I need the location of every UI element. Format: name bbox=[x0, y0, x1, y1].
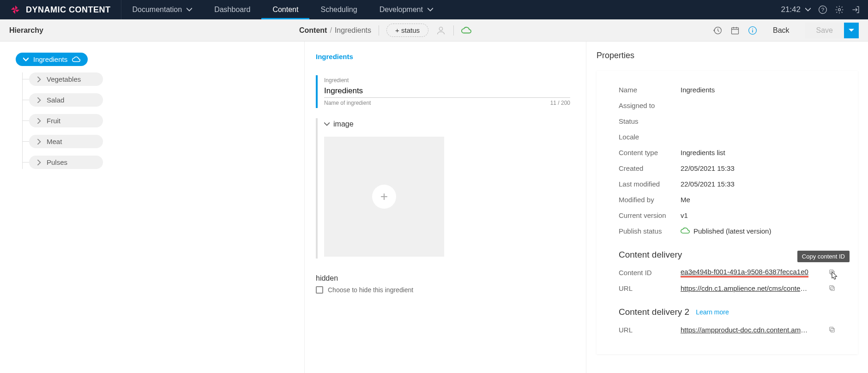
save-dropdown-button[interactable] bbox=[844, 23, 859, 38]
assignee-icon[interactable] bbox=[436, 25, 446, 36]
gear-icon[interactable] bbox=[835, 5, 844, 14]
prop-key-modby: Modified by bbox=[619, 196, 681, 204]
prop-val-pubstatus: Published (latest version) bbox=[681, 227, 836, 235]
tree-child-label: Meat bbox=[47, 138, 62, 145]
delivery2-url-link[interactable]: https://ampproduct-doc.cdn.content.ampli… bbox=[681, 326, 810, 334]
properties-title: Properties bbox=[597, 51, 858, 60]
content-id-value: ea3e494b-f001-491a-9508-6387fecca1e0 bbox=[681, 268, 828, 277]
brand-text: DYNAMIC CONTENT bbox=[26, 5, 111, 15]
calendar-icon[interactable] bbox=[730, 26, 740, 35]
editor-panel: Ingredients Ingredient Name of ingredien… bbox=[305, 42, 586, 373]
tree-child-salad[interactable]: Salad bbox=[29, 93, 103, 107]
nav-scheduling[interactable]: Scheduling bbox=[309, 0, 368, 19]
top-navigation: DYNAMIC CONTENT Documentation Dashboard … bbox=[0, 0, 868, 19]
tree-child-label: Pulses bbox=[47, 158, 67, 166]
copy-url2-icon[interactable] bbox=[828, 326, 836, 333]
chevron-down-icon bbox=[187, 7, 192, 12]
tree-child-pulses[interactable]: Pulses bbox=[29, 156, 103, 169]
field-image: image + bbox=[316, 118, 570, 259]
nav-label: Documentation bbox=[133, 6, 182, 14]
hidden-checkbox[interactable] bbox=[316, 286, 323, 294]
nav-label: Scheduling bbox=[320, 6, 357, 14]
copy-url-icon[interactable] bbox=[828, 284, 836, 292]
back-button[interactable]: Back bbox=[766, 26, 797, 35]
clock[interactable]: 21:42 bbox=[781, 5, 811, 14]
prop-val-modified: 22/05/2021 15:33 bbox=[681, 180, 836, 188]
nav-dashboard[interactable]: Dashboard bbox=[203, 0, 261, 19]
url2-key: URL bbox=[619, 326, 681, 334]
prop-key-assigned: Assigned to bbox=[619, 102, 681, 109]
svg-rect-10 bbox=[831, 287, 834, 290]
svg-rect-5 bbox=[731, 28, 738, 34]
brand-logo[interactable]: DYNAMIC CONTENT bbox=[0, 0, 121, 19]
save-button-group: Save bbox=[805, 23, 859, 38]
tree-root-label: Ingredients bbox=[33, 55, 67, 63]
tree-child-label: Vegetables bbox=[47, 75, 81, 83]
tree-child-label: Salad bbox=[47, 96, 64, 104]
learn-more-link[interactable]: Learn more bbox=[696, 308, 729, 316]
published-cloud-icon bbox=[681, 227, 690, 235]
svg-point-2 bbox=[838, 9, 841, 11]
plus-icon: + bbox=[372, 185, 396, 209]
chevron-down-icon bbox=[324, 121, 330, 127]
cloud-icon bbox=[72, 56, 80, 63]
url2-value: https://ampproduct-doc.cdn.content.ampli… bbox=[681, 326, 828, 334]
help-icon[interactable]: ? bbox=[818, 5, 827, 14]
logout-icon[interactable] bbox=[851, 5, 861, 14]
content-id-key: Content ID bbox=[619, 269, 681, 277]
pinwheel-icon bbox=[10, 5, 20, 15]
image-label: image bbox=[333, 120, 354, 128]
chevron-right-icon bbox=[36, 160, 42, 165]
nav-development[interactable]: Development bbox=[368, 0, 444, 19]
prop-val-ctype: Ingredients list bbox=[681, 149, 836, 156]
nav-label: Dashboard bbox=[214, 6, 250, 14]
save-button[interactable]: Save bbox=[805, 23, 844, 38]
breadcrumb-root[interactable]: Content bbox=[299, 26, 327, 35]
divider bbox=[453, 25, 454, 36]
breadcrumb: Content / Ingredients bbox=[299, 26, 371, 35]
prop-key-name: Name bbox=[619, 86, 681, 94]
field-help: Name of ingredient bbox=[324, 100, 371, 106]
nav-content[interactable]: Content bbox=[261, 0, 309, 19]
hierarchy-panel: Ingredients Vegetables Salad Fruit Meat … bbox=[0, 42, 305, 373]
hidden-checkbox-label: Choose to hide this ingredient bbox=[328, 286, 413, 294]
field-label: Ingredient bbox=[324, 77, 570, 84]
field-ingredient: Ingredient Name of ingredient 11 / 200 bbox=[316, 75, 570, 108]
svg-rect-12 bbox=[831, 328, 834, 332]
chevron-down-icon bbox=[23, 57, 29, 62]
ingredient-input[interactable] bbox=[324, 84, 570, 98]
prop-key-created: Created bbox=[619, 164, 681, 172]
prop-key-modified: Last modified bbox=[619, 180, 681, 188]
divider bbox=[379, 25, 379, 36]
cursor-icon bbox=[831, 271, 838, 280]
image-section-toggle[interactable]: image bbox=[324, 120, 570, 128]
chevron-down-icon bbox=[805, 7, 811, 12]
delivery-url-link[interactable]: https://cdn.c1.amplience.net/cms/content… bbox=[681, 284, 810, 292]
add-status-chip[interactable]: + status bbox=[386, 24, 428, 37]
breadcrumb-leaf: Ingredients bbox=[335, 26, 371, 35]
time-text: 21:42 bbox=[781, 5, 801, 14]
nav-documentation[interactable]: Documentation bbox=[121, 0, 204, 19]
tree-root-ingredients[interactable]: Ingredients bbox=[16, 53, 88, 66]
tree-child-meat[interactable]: Meat bbox=[29, 135, 103, 148]
hierarchy-title: Hierarchy bbox=[9, 26, 43, 35]
svg-text:?: ? bbox=[821, 6, 825, 12]
properties-panel: Properties NameIngredients Assigned to S… bbox=[586, 42, 868, 373]
prop-key-ctype: Content type bbox=[619, 149, 681, 156]
url-key: URL bbox=[619, 284, 681, 292]
tree-child-vegetables[interactable]: Vegetables bbox=[29, 72, 103, 86]
svg-point-7 bbox=[752, 28, 753, 29]
info-icon[interactable] bbox=[748, 26, 757, 35]
prop-val-name: Ingredients bbox=[681, 86, 836, 94]
field-hidden: hidden Choose to hide this ingredient bbox=[316, 274, 570, 294]
copy-tooltip: Copy content ID bbox=[797, 251, 850, 262]
svg-rect-11 bbox=[830, 286, 833, 289]
caret-down-icon bbox=[849, 28, 854, 33]
editor-tab-ingredients[interactable]: Ingredients bbox=[316, 53, 353, 63]
properties-card: NameIngredients Assigned to Status Local… bbox=[597, 71, 858, 354]
image-upload-placeholder[interactable]: + bbox=[324, 137, 444, 257]
history-icon[interactable] bbox=[713, 26, 722, 35]
chevron-right-icon bbox=[36, 77, 42, 82]
prop-key-pubstatus: Publish status bbox=[619, 227, 681, 235]
tree-child-fruit[interactable]: Fruit bbox=[29, 114, 103, 127]
